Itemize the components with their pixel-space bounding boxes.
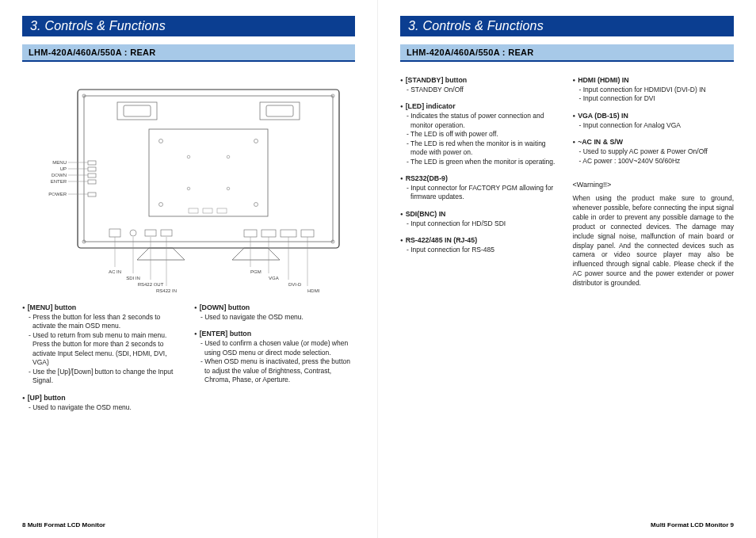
rear-diagram: MENU UP DOWN ENTER POWER bbox=[30, 82, 347, 296]
svg-text:RS422 IN: RS422 IN bbox=[156, 288, 177, 293]
page-number-right: Multi Format LCD Monitor 9 bbox=[651, 521, 734, 528]
desc-item-line: Input connection for RS-485 bbox=[407, 246, 562, 254]
svg-rect-42 bbox=[262, 230, 276, 237]
desc-item-title: ~AC IN & S/W bbox=[573, 138, 735, 147]
desc-item-title: HDMI (HDMI) IN bbox=[573, 76, 735, 86]
chapter-title: 3. Controls & Functions bbox=[400, 16, 734, 36]
svg-text:ENTER: ENTER bbox=[51, 179, 67, 184]
desc-item-line: Input connection for DVI bbox=[579, 94, 735, 103]
svg-rect-41 bbox=[244, 230, 257, 237]
desc-item: ~AC IN & S/WUsed to supply AC power & Po… bbox=[573, 138, 735, 166]
desc-item-title: RS-422/485 IN (RJ-45) bbox=[400, 236, 562, 246]
desc-item-line: STANDBY On/Off bbox=[407, 86, 562, 94]
desc-item-title: [UP] button bbox=[22, 394, 183, 403]
desc-item-title: [ENTER] button bbox=[194, 330, 355, 339]
svg-rect-40 bbox=[161, 230, 172, 236]
left-description-columns: [MENU] buttonPress the button for less t… bbox=[22, 303, 355, 420]
svg-point-18 bbox=[227, 187, 230, 190]
warning-heading: <Warning!!> bbox=[573, 180, 735, 189]
svg-rect-21 bbox=[217, 208, 227, 213]
svg-point-13 bbox=[159, 203, 163, 207]
desc-item-title: [MENU] button bbox=[22, 303, 183, 313]
svg-rect-44 bbox=[301, 230, 314, 237]
svg-text:POWER: POWER bbox=[48, 192, 67, 197]
desc-item-title: VGA (DB-15) IN bbox=[573, 112, 735, 121]
desc-item: [ENTER] buttonUsed to confirm a chosen v… bbox=[194, 330, 355, 384]
desc-item-line: Input connection for HDMIDVI (DVI-D) IN bbox=[579, 86, 735, 94]
svg-point-14 bbox=[254, 203, 258, 207]
svg-rect-37 bbox=[109, 229, 120, 237]
svg-rect-26 bbox=[88, 193, 96, 197]
desc-item-title: RS232(DB-9) bbox=[400, 174, 562, 184]
svg-text:PGM: PGM bbox=[250, 269, 262, 274]
svg-point-11 bbox=[159, 139, 163, 143]
desc-item-line: Used to supply AC power & Power On/Off bbox=[579, 147, 735, 156]
desc-item: RS-422/485 IN (RJ-45)Input connection fo… bbox=[400, 236, 562, 254]
desc-item-line: When OSD menu is inactivated, press the … bbox=[200, 357, 355, 384]
desc-item-line: Use the [Up]/[Down] button to change the… bbox=[29, 368, 183, 386]
svg-rect-8 bbox=[260, 102, 300, 120]
svg-point-16 bbox=[227, 155, 230, 158]
svg-point-12 bbox=[254, 139, 258, 143]
desc-item: SDI(BNC) INInput connection for HD/SD SD… bbox=[400, 210, 562, 228]
svg-point-38 bbox=[130, 230, 136, 236]
desc-item-line: Used to navigate the OSD menu. bbox=[29, 403, 183, 412]
desc-item: [LED] indicatorIndicates the status of p… bbox=[400, 102, 562, 166]
desc-item-line: Input connection for Analog VGA bbox=[579, 121, 735, 130]
desc-item-line: The LED is red when the monitor is in wa… bbox=[407, 139, 562, 158]
svg-point-17 bbox=[187, 187, 190, 190]
svg-rect-25 bbox=[88, 180, 96, 184]
svg-text:MENU: MENU bbox=[52, 160, 67, 165]
svg-rect-23 bbox=[88, 167, 96, 171]
page-right: 3. Controls & Functions LHM-420A/460A/55… bbox=[378, 0, 756, 538]
desc-item: VGA (DB-15) INInput connection for Analo… bbox=[573, 112, 735, 130]
desc-item-line: The LED is off with power off. bbox=[407, 130, 562, 139]
desc-item-title: [LED] indicator bbox=[400, 102, 562, 112]
desc-item-line: Used to navigate the OSD menu. bbox=[200, 313, 355, 322]
desc-item-title: SDI(BNC) IN bbox=[400, 210, 562, 219]
desc-item: [UP] buttonUsed to navigate the OSD menu… bbox=[22, 394, 183, 412]
desc-item-line: Used to confirm a chosen value (or mode)… bbox=[200, 339, 355, 357]
left-col2: [DOWN] buttonUsed to navigate the OSD me… bbox=[194, 303, 355, 420]
svg-rect-1 bbox=[84, 96, 333, 242]
svg-text:UP: UP bbox=[60, 166, 67, 171]
svg-rect-20 bbox=[203, 208, 212, 213]
section-title: LHM-420A/460A/550A : REAR bbox=[400, 44, 734, 62]
desc-item-line: Press the button for less than 2 seconds… bbox=[29, 313, 183, 331]
svg-rect-22 bbox=[88, 161, 96, 165]
svg-rect-0 bbox=[78, 90, 339, 248]
desc-item: [MENU] buttonPress the button for less t… bbox=[22, 303, 183, 386]
svg-rect-9 bbox=[266, 105, 293, 116]
svg-rect-19 bbox=[189, 208, 198, 213]
desc-item-line: The LED is green when the monitor is ope… bbox=[407, 158, 562, 166]
page-left: 3. Controls & Functions LHM-420A/460A/55… bbox=[0, 0, 378, 538]
desc-item-line: Indicates the status of power connection… bbox=[407, 112, 562, 130]
page-number-left: 8 Multi Format LCD Monitor bbox=[22, 521, 105, 528]
svg-text:DVI-D: DVI-D bbox=[288, 282, 302, 287]
desc-item-line: Input connector for FACTORY PGM allowing… bbox=[407, 184, 562, 202]
desc-item-title: [DOWN] button bbox=[194, 303, 355, 313]
svg-rect-6 bbox=[117, 102, 157, 120]
desc-item: [DOWN] buttonUsed to navigate the OSD me… bbox=[194, 303, 355, 322]
right-description-columns: [STANDBY] buttonSTANDBY On/Off[LED] indi… bbox=[400, 76, 734, 288]
chapter-title: 3. Controls & Functions bbox=[22, 16, 355, 36]
desc-item-line: Input connection for HD/SD SDI bbox=[407, 219, 562, 228]
svg-rect-43 bbox=[281, 230, 296, 237]
left-col1: [MENU] buttonPress the button for less t… bbox=[22, 303, 183, 420]
desc-item: [STANDBY] buttonSTANDBY On/Off bbox=[400, 76, 562, 94]
svg-text:DOWN: DOWN bbox=[52, 173, 67, 177]
svg-rect-39 bbox=[145, 230, 156, 236]
right-col2: HDMI (HDMI) INInput connection for HDMID… bbox=[573, 76, 735, 288]
desc-item: HDMI (HDMI) INInput connection for HDMID… bbox=[573, 76, 735, 104]
page-spread: 3. Controls & Functions LHM-420A/460A/55… bbox=[0, 0, 756, 538]
desc-item-line: Used to return from sub menu to main men… bbox=[29, 331, 183, 368]
svg-rect-24 bbox=[88, 174, 96, 177]
svg-point-15 bbox=[187, 155, 190, 158]
warning-body: When using the product make sure to grou… bbox=[573, 194, 735, 288]
svg-text:RS422 OUT: RS422 OUT bbox=[138, 282, 164, 287]
desc-item-title: [STANDBY] button bbox=[400, 76, 562, 86]
section-title: LHM-420A/460A/550A : REAR bbox=[22, 44, 355, 62]
svg-text:SDI IN: SDI IN bbox=[126, 276, 140, 280]
svg-rect-7 bbox=[124, 105, 151, 116]
svg-text:HDMI: HDMI bbox=[307, 288, 320, 293]
